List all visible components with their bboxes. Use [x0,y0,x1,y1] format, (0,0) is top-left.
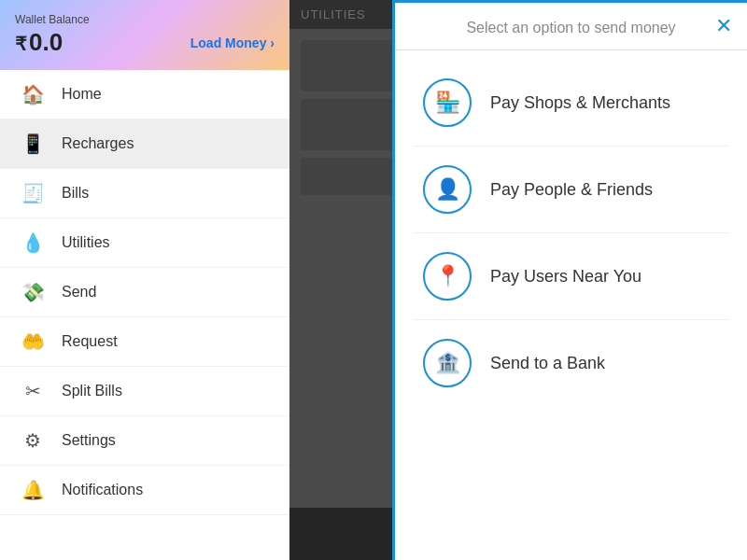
modal-options: 🏪 Pay Shops & Merchants 👤 Pay People & F… [395,50,747,560]
modal-close-button[interactable]: ✕ [715,16,732,36]
sidebar-item-label: Notifications [62,482,143,498]
sidebar-item-label: Bills [62,185,89,202]
option-label: Pay Shops & Merchants [490,93,670,113]
option-pay-people[interactable]: 👤 Pay People & Friends [414,147,728,233]
request-icon: 🤲 [19,330,47,353]
send-money-modal: Select an option to send money ✕ 🏪 Pay S… [392,0,747,560]
send-icon: 💸 [19,281,47,303]
option-label: Send to a Bank [490,354,605,373]
pay-shops-icon: 🏪 [423,78,472,127]
sidebar-item-label: Settings [62,432,116,449]
option-send-bank[interactable]: 🏦 Send to a Bank [414,320,728,406]
sidebar-item-home[interactable]: 🏠 Home [0,70,289,119]
sidebar-item-send[interactable]: 💸 Send [0,268,289,317]
option-pay-shops[interactable]: 🏪 Pay Shops & Merchants [414,60,728,147]
home-icon: 🏠 [19,83,47,105]
sidebar-item-split-bills[interactable]: ✂ Split Bills [0,367,289,416]
sidebar-item-label: Send [62,284,96,301]
utilities-icon: 💧 [19,231,47,254]
send-bank-icon: 🏦 [423,339,472,387]
wallet-amount: ₹0.0 [15,28,63,57]
sidebar-item-label: Home [62,86,102,103]
modal-header: Select an option to send money ✕ [395,3,747,50]
pay-nearby-icon: 📍 [423,252,472,301]
pay-people-icon: 👤 [423,165,472,214]
load-money-button[interactable]: Load Money › [190,35,275,50]
sidebar-item-recharges[interactable]: 📱 Recharges [0,119,289,169]
main-content: UTILITIES 👛 Select an option to send mon… [289,0,747,560]
sidebar-item-label: Recharges [62,135,134,152]
sidebar-item-label: Utilities [62,234,110,251]
sidebar-item-utilities[interactable]: 💧 Utilities [0,218,289,268]
sidebar: Wallet Balance ₹0.0 Load Money › 🏠 Home … [0,0,289,560]
wallet-label: Wallet Balance [15,13,275,26]
rupee-symbol: ₹ [15,34,27,54]
sidebar-item-notifications[interactable]: 🔔 Notifications [0,466,289,515]
bills-icon: 🧾 [19,182,47,204]
recharges-icon: 📱 [19,133,47,155]
option-pay-nearby[interactable]: 📍 Pay Users Near You [414,233,728,320]
modal-title: Select an option to send money [466,20,675,36]
settings-icon: ⚙ [19,429,47,452]
option-label: Pay People & Friends [490,180,653,200]
sidebar-item-label: Split Bills [62,383,122,399]
sidebar-item-label: Request [62,333,118,350]
sidebar-item-request[interactable]: 🤲 Request [0,317,289,367]
nav-items: 🏠 Home 📱 Recharges 🧾 Bills 💧 Utilities 💸… [0,70,289,560]
option-label: Pay Users Near You [490,267,641,287]
wallet-header: Wallet Balance ₹0.0 Load Money › [0,0,289,70]
notifications-icon: 🔔 [19,479,47,501]
sidebar-item-bills[interactable]: 🧾 Bills [0,169,289,218]
sidebar-item-settings[interactable]: ⚙ Settings [0,416,289,466]
split-bills-icon: ✂ [19,380,47,402]
